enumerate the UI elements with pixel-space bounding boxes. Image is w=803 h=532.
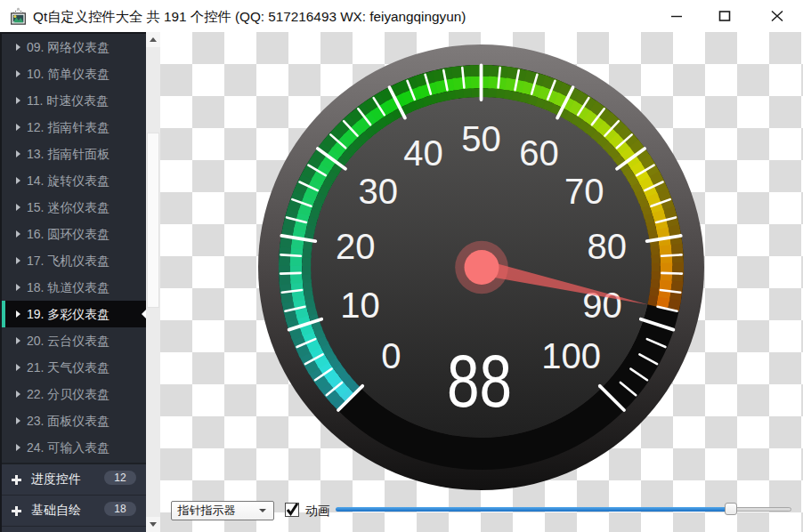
svg-text:70: 70: [564, 171, 604, 210]
svg-text:0: 0: [381, 336, 401, 375]
svg-text:20: 20: [336, 226, 376, 265]
svg-text:88: 88: [447, 338, 512, 422]
svg-text:30: 30: [359, 171, 399, 210]
svg-text:60: 60: [519, 133, 559, 172]
svg-text:50: 50: [461, 119, 501, 158]
svg-text:40: 40: [403, 133, 443, 172]
svg-text:80: 80: [587, 226, 627, 265]
svg-text:100: 100: [541, 336, 601, 375]
svg-text:10: 10: [340, 286, 380, 325]
